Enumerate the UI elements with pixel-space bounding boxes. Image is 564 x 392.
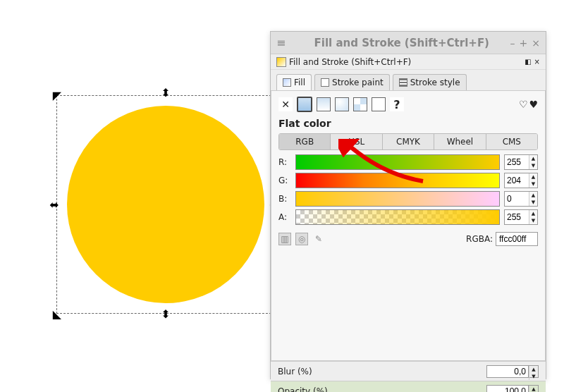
- blur-row: Blur (%) ▲▼: [271, 361, 546, 381]
- color-mode-row: RGB HSL CMYK Wheel CMS: [278, 133, 538, 150]
- fill-panel: ✕ ? ♡ ♥ Flat color RGB HSL CMYK Wheel CM…: [271, 90, 546, 361]
- spin-r-down[interactable]: ▼: [529, 162, 537, 169]
- paint-unknown-button[interactable]: ?: [390, 97, 404, 111]
- stroke-paint-tab-icon: [321, 78, 329, 87]
- paint-none-button[interactable]: ✕: [278, 97, 293, 111]
- paint-pattern-button[interactable]: [353, 97, 367, 111]
- selected-circle[interactable]: [67, 106, 264, 303]
- spin-b-up[interactable]: ▲: [529, 192, 537, 199]
- tab-fill[interactable]: Fill: [276, 74, 312, 90]
- spin-a-down[interactable]: ▼: [529, 217, 537, 224]
- sub-title: Fill and Stroke (Shift+Ctrl+F): [289, 57, 411, 67]
- slider-g[interactable]: [295, 173, 500, 188]
- opacity-input[interactable]: [486, 385, 529, 393]
- spin-g-up[interactable]: ▲: [529, 173, 537, 180]
- input-g[interactable]: [505, 173, 529, 188]
- slider-b[interactable]: [295, 191, 500, 207]
- slider-r-label: R:: [278, 157, 291, 167]
- fill-stroke-icon: [276, 57, 286, 67]
- dialog-title: Fill and Stroke (Shift+Ctrl+F): [293, 37, 510, 49]
- spin-a[interactable]: ▲▼: [504, 209, 538, 225]
- minimize-button[interactable]: –: [510, 37, 515, 49]
- opacity-up[interactable]: ▲: [529, 386, 538, 393]
- handle-n[interactable]: ⬍: [161, 87, 171, 97]
- mode-wheel[interactable]: Wheel: [434, 134, 486, 149]
- spin-b[interactable]: ▲▼: [504, 191, 538, 207]
- sub-header: Fill and Stroke (Shift+Ctrl+F) ◧ ×: [271, 54, 546, 70]
- fill-rule-nonzero-icon[interactable]: ♥: [529, 99, 538, 110]
- opacity-label: Opacity (%): [278, 386, 328, 393]
- paint-swatch-button[interactable]: [372, 97, 386, 111]
- fill-tab-icon: [283, 78, 291, 87]
- input-r[interactable]: [505, 155, 529, 169]
- slider-g-label: G:: [278, 176, 291, 185]
- tab-stroke-style[interactable]: Stroke style: [393, 74, 467, 90]
- tab-row: Fill Stroke paint Stroke style: [271, 70, 546, 90]
- mode-cmyk[interactable]: CMYK: [383, 134, 434, 149]
- spin-b-down[interactable]: ▼: [529, 199, 537, 206]
- handle-s[interactable]: ⬍: [161, 309, 171, 319]
- slider-b-label: B:: [278, 194, 291, 204]
- maximize-button[interactable]: +: [520, 37, 528, 49]
- paint-type-row: ✕ ? ♡ ♥: [278, 97, 538, 112]
- handle-w[interactable]: ⬌: [49, 200, 59, 209]
- tool-swatch-icon[interactable]: ◎: [295, 233, 308, 245]
- spin-r-up[interactable]: ▲: [529, 155, 537, 162]
- spin-g[interactable]: ▲▼: [504, 173, 538, 188]
- opacity-row: Opacity (%) ▲▼: [271, 381, 546, 392]
- paint-flat-button[interactable]: [297, 97, 312, 112]
- spin-r[interactable]: ▲▼: [504, 154, 538, 170]
- spin-g-down[interactable]: ▼: [529, 180, 537, 188]
- tab-stroke-paint[interactable]: Stroke paint: [314, 74, 390, 90]
- paint-linear-gradient-button[interactable]: [317, 97, 331, 111]
- input-a[interactable]: [505, 210, 529, 224]
- close-panel-icon[interactable]: ×: [534, 58, 540, 66]
- paint-radial-gradient-button[interactable]: [335, 97, 349, 111]
- detach-icon[interactable]: ◧: [525, 58, 531, 66]
- fill-stroke-dialog: ≡ Fill and Stroke (Shift+Ctrl+F) – + × F…: [270, 31, 546, 379]
- blur-label: Blur (%): [278, 367, 312, 376]
- rgba-input[interactable]: [496, 232, 538, 246]
- tool-paint-bucket-icon[interactable]: ▥: [278, 233, 291, 245]
- mode-cms[interactable]: CMS: [486, 134, 537, 149]
- input-b[interactable]: [505, 192, 529, 206]
- flat-color-label: Flat color: [278, 118, 538, 129]
- handle-sw[interactable]: ◣: [52, 309, 62, 319]
- tool-eyedropper-icon[interactable]: ✎: [312, 233, 325, 245]
- fill-rule-evenodd-icon[interactable]: ♡: [519, 99, 528, 110]
- slider-a[interactable]: [295, 209, 500, 225]
- blur-up[interactable]: ▲: [529, 366, 538, 373]
- canvas-area: ◤ ⬍ ◥ ⬌ ⬌ ◣ ⬍ ◢: [14, 28, 268, 324]
- close-button[interactable]: ×: [532, 37, 540, 49]
- mode-hsl[interactable]: HSL: [331, 134, 382, 149]
- spin-a-up[interactable]: ▲: [529, 210, 537, 217]
- blur-down[interactable]: ▼: [529, 373, 538, 380]
- menu-icon[interactable]: ≡: [276, 36, 288, 49]
- handle-nw[interactable]: ◤: [52, 90, 62, 100]
- titlebar[interactable]: ≡ Fill and Stroke (Shift+Ctrl+F) – + ×: [271, 32, 546, 54]
- mode-rgb[interactable]: RGB: [279, 134, 331, 149]
- rgba-label: RGBA:: [466, 234, 493, 244]
- blur-input[interactable]: [486, 365, 529, 378]
- slider-r[interactable]: [295, 154, 500, 170]
- stroke-style-tab-icon: [399, 78, 407, 87]
- slider-a-label: A:: [278, 212, 291, 222]
